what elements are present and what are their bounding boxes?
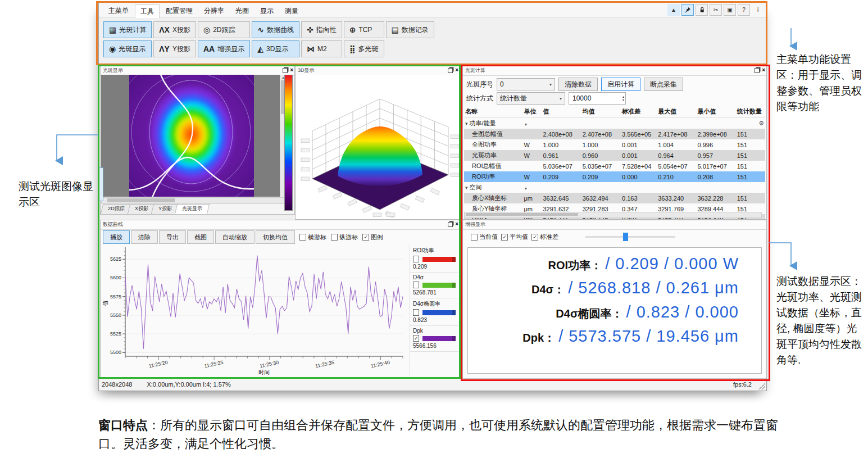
checkbox-label: 图例 — [371, 233, 383, 242]
tool-button-2D跟踪[interactable]: ◎2D跟踪 — [198, 21, 250, 38]
checkbox[interactable]: ✓ — [501, 234, 508, 241]
spinner-arrows-icon[interactable]: ▴▾ — [622, 95, 624, 102]
checkbox[interactable] — [413, 256, 419, 262]
curve-checkbox-横游标[interactable]: 横游标 — [299, 233, 326, 242]
stat-count-spinner[interactable]: 10000 ▴▾ — [569, 92, 626, 105]
checkbox[interactable] — [299, 234, 306, 241]
resize-grip[interactable] — [758, 383, 765, 389]
tool-button-数据曲线[interactable]: ∿数据曲线 — [252, 21, 299, 38]
filter-arrow-icon[interactable]: ▼ — [524, 187, 528, 191]
column-header-最小值[interactable]: 最小值 — [696, 106, 735, 118]
column-header-名称[interactable]: 名称 — [464, 106, 522, 118]
menu-item-工具[interactable]: 工具 — [135, 4, 160, 18]
enhance-checkbox-标准差[interactable]: ✓标准差 — [531, 233, 558, 241]
float-window-icon[interactable] — [448, 68, 453, 73]
checkbox[interactable] — [471, 234, 478, 241]
calc-button-启用计算[interactable]: 启用计算 — [601, 78, 640, 91]
column-header-标准差[interactable]: 标准差 — [621, 106, 657, 118]
column-header-统计数量[interactable]: 统计数量 — [736, 106, 765, 118]
tool-button-label: 多光斑 — [358, 44, 379, 54]
group-filter: ▼ — [522, 118, 542, 129]
tool-button-label: 光斑计算 — [119, 25, 146, 35]
column-header-单位[interactable]: 单位 — [522, 106, 542, 118]
curve-button-切换均值[interactable]: 切换均值 — [256, 230, 295, 244]
curve-button-清除[interactable]: 清除 — [131, 230, 158, 244]
enhance-checkbox-平均值[interactable]: ✓平均值 — [501, 233, 528, 241]
close-icon[interactable]: × — [762, 67, 765, 73]
data-record-icon: ▤ — [392, 25, 399, 34]
checkbox[interactable]: ✓ — [413, 335, 419, 342]
column-header-值[interactable]: 值 — [542, 106, 581, 118]
checkbox[interactable] — [331, 234, 338, 241]
table-row[interactable]: 全图功率W1.0001.0000.0011.0040.996151 — [464, 139, 765, 150]
font-size-slider[interactable] — [585, 236, 675, 238]
cell: 1.004 — [657, 139, 696, 150]
tab-label: 光斑显示 — [182, 205, 202, 212]
tool-button-Y投影[interactable]: ΛYY投影 — [153, 40, 196, 57]
group-cell — [657, 182, 696, 193]
tool-button-3D显示[interactable]: ◭3D显示 — [252, 40, 299, 57]
group-row-功率/能量[interactable]: ▾功率/能量▼⚙ — [464, 118, 765, 129]
info-icon[interactable]: i — [752, 4, 764, 16]
tool-button-X投影[interactable]: ΛXX投影 — [153, 21, 196, 38]
checkbox[interactable]: ✓ — [362, 234, 369, 241]
column-header-最大值[interactable]: 最大值 — [657, 106, 696, 118]
curve-checkbox-图例[interactable]: ✓图例 — [362, 233, 383, 242]
tool-button-数据记录[interactable]: ▤数据记录 — [386, 21, 434, 38]
float-window-icon[interactable] — [755, 68, 760, 73]
curve-button-播放[interactable]: 播放 — [103, 230, 130, 244]
menu-item-测量[interactable]: 测量 — [280, 4, 303, 18]
float-window-icon[interactable] — [283, 68, 288, 73]
tool-button-增强显示[interactable]: AA增强显示 — [198, 40, 250, 57]
cut-icon[interactable]: ✂ — [710, 4, 722, 16]
enhance-checkbox-当前值[interactable]: 当前值 — [471, 233, 498, 241]
checkbox[interactable]: ✓ — [531, 234, 538, 241]
tool-button-指向性[interactable]: ✜指向性 — [301, 21, 342, 38]
close-icon[interactable]: × — [290, 67, 293, 73]
curve-checkbox-纵游标[interactable]: 纵游标 — [331, 233, 358, 242]
curve-button-自动缩放[interactable]: 自动缩放 — [215, 230, 255, 244]
table-horizontal-scrollbar[interactable] — [464, 212, 762, 218]
data-curve-panel: 数据曲线 × 播放清除导出截图自动缩放切换均值横游标纵游标✓图例 5500552… — [100, 220, 460, 379]
column-header-均值[interactable]: 均值 — [581, 106, 621, 118]
tool-button-M2[interactable]: ⋈M2 — [301, 40, 342, 57]
help-icon[interactable]: ? — [738, 4, 750, 16]
close-icon[interactable]: × — [455, 67, 458, 73]
calc-button-清除数据[interactable]: 清除数据 — [558, 78, 598, 91]
menu-item-配置管理[interactable]: 配置管理 — [161, 4, 198, 18]
seq-select[interactable]: 0 ▾ — [497, 78, 555, 90]
gear-icon[interactable]: ⚙ — [758, 120, 764, 127]
filter-arrow-icon[interactable]: ▼ — [524, 123, 528, 126]
table-row[interactable]: ROI功率W0.2090.2090.0000.2100.208151 — [464, 171, 765, 182]
tool-button-TCP[interactable]: ⊕TCP — [344, 21, 384, 38]
pin-icon[interactable] — [681, 4, 694, 16]
table-row[interactable]: 光斑功率W0.9610.9600.0010.9640.957151 — [464, 150, 765, 161]
save-icon[interactable]: ▣ — [724, 4, 736, 16]
checkbox[interactable] — [413, 282, 419, 288]
menu-item-主菜单[interactable]: 主菜单 — [103, 4, 134, 18]
calc-button-断点采集[interactable]: 断点采集 — [644, 78, 683, 91]
multi-spot-icon: ⣿ — [349, 44, 356, 53]
lock-icon[interactable] — [696, 4, 708, 16]
checkbox[interactable] — [413, 309, 419, 316]
tab-光斑显示[interactable]: 光斑显示 — [174, 204, 209, 214]
group-row-空间[interactable]: ▾空间▼ — [464, 182, 765, 193]
tool-button-光斑计算[interactable]: ▦光斑计算 — [103, 21, 152, 38]
table-row[interactable]: 全图总幅值2.408e+082.407e+083.565e+052.417e+0… — [464, 129, 765, 139]
menu-item-分辨率[interactable]: 分辨率 — [199, 4, 229, 18]
svg-text:11:25:40: 11:25:40 — [370, 360, 390, 369]
float-window-icon[interactable] — [448, 222, 453, 227]
curve-button-导出[interactable]: 导出 — [159, 230, 186, 244]
slider-handle[interactable] — [623, 233, 628, 241]
tool-button-多光斑[interactable]: ⣿多光斑 — [344, 40, 384, 57]
collapse-icon[interactable]: ▲ — [667, 4, 680, 16]
table-row[interactable]: ROI总幅值5.036e+075.035e+077.528e+045.054e+… — [464, 161, 765, 171]
table-row[interactable]: 质心X轴坐标μm3632.6453632.4940.1633633.240363… — [464, 193, 765, 203]
tool-button-光斑显示[interactable]: ◉光斑显示 — [103, 40, 152, 57]
stat-mode-select[interactable]: 统计数量 ▾ — [497, 92, 565, 105]
curve-button-截图[interactable]: 截图 — [187, 230, 214, 244]
menu-item-光圈[interactable]: 光圈 — [230, 4, 254, 18]
menu-item-显示[interactable]: 显示 — [255, 4, 279, 18]
horizontal-scrollbar[interactable] — [101, 197, 287, 204]
close-icon[interactable]: × — [455, 221, 458, 227]
